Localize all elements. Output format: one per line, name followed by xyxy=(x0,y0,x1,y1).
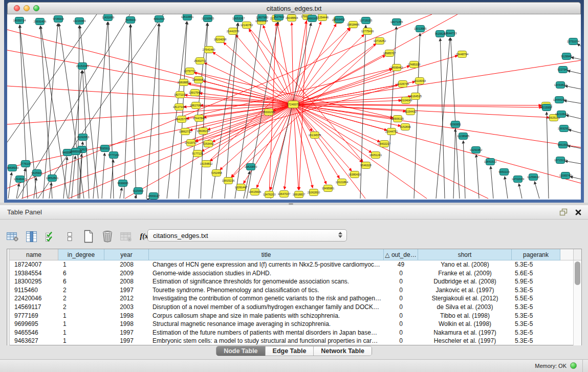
table-body: 1872400712008Changes of HCN gene express… xyxy=(7,260,574,345)
tab-network-table[interactable]: Network Table xyxy=(314,346,372,356)
column-header-title[interactable]: title xyxy=(149,249,384,260)
table-row[interactable]: 969969511998Structural magnetic resonanc… xyxy=(7,320,574,329)
network-canvas[interactable]: 1724007212104049110267491459544318985707… xyxy=(7,14,581,200)
column-header-name[interactable]: name xyxy=(10,249,58,260)
scrollbar-thumb[interactable] xyxy=(575,261,580,285)
table-row[interactable]: 1830029562008Estimation of significance … xyxy=(7,277,574,286)
create-column-icon[interactable] xyxy=(81,229,96,244)
svg-text:11807980: 11807980 xyxy=(256,16,268,19)
traffic-lights xyxy=(14,5,39,11)
svg-text:12021864: 12021864 xyxy=(336,181,348,184)
delete-column-icon[interactable] xyxy=(100,229,115,244)
svg-text:9546328: 9546328 xyxy=(360,164,371,167)
table-cell: 0 xyxy=(384,329,418,337)
svg-text:15751074: 15751074 xyxy=(567,40,579,43)
table-cell: Changes of HCN gene expression and I(f) … xyxy=(149,260,384,269)
dropdown-stepper-icon xyxy=(338,232,342,238)
minimize-window-button[interactable] xyxy=(24,5,30,11)
svg-text:7905600: 7905600 xyxy=(125,18,136,21)
svg-text:18204098: 18204098 xyxy=(214,38,226,41)
svg-text:11254446: 11254446 xyxy=(316,16,329,19)
svg-text:10841532: 10841532 xyxy=(484,160,496,163)
table-row[interactable]: 1456911722003Disruption of a novel membe… xyxy=(7,303,574,312)
table-cell: 1997 xyxy=(104,329,149,337)
delete-table-icon[interactable] xyxy=(119,229,134,244)
table-cell: 1 xyxy=(58,337,104,345)
svg-text:14569117: 14569117 xyxy=(147,194,160,198)
table-toolbar: f(x) xyxy=(5,228,153,245)
table-cell: 9699695 xyxy=(10,320,58,329)
svg-text:15048894: 15048894 xyxy=(286,16,298,19)
column-header-pagerank[interactable]: pagerank xyxy=(512,249,560,260)
table-cell: Wolkin et al. (1998) xyxy=(418,320,512,329)
svg-text:7776104: 7776104 xyxy=(20,162,31,165)
table-settings-icon[interactable] xyxy=(5,229,20,244)
vertical-scrollbar[interactable] xyxy=(573,260,581,345)
svg-text:9152836: 9152836 xyxy=(400,125,410,128)
svg-text:9777169: 9777169 xyxy=(108,154,119,157)
table-cell: 5.9E-5 xyxy=(512,277,560,286)
svg-text:16391447: 16391447 xyxy=(235,186,247,189)
table-cell: 1997 xyxy=(104,286,149,295)
column-header-year[interactable]: year xyxy=(104,249,149,260)
svg-text:17240072: 17240072 xyxy=(287,103,299,106)
column-header-out-degree-sorted[interactable]: △ out_de… xyxy=(384,249,418,260)
svg-text:21062810: 21062810 xyxy=(308,191,320,194)
table-cell: 9777169 xyxy=(10,312,58,320)
table-row[interactable]: 1872400712008Changes of HCN gene express… xyxy=(7,260,574,269)
table-row[interactable]: 1938455462009Genome-wide association stu… xyxy=(7,269,574,278)
svg-text:10719155: 10719155 xyxy=(360,19,372,22)
select-all-rows-icon[interactable] xyxy=(43,229,58,244)
table-row[interactable]: 2242004622012Investigating the contribut… xyxy=(7,294,574,303)
table-cell: Yano et al. (2008) xyxy=(418,260,512,269)
table-selector-dropdown[interactable]: citations_edges.txt xyxy=(147,229,347,242)
table-row[interactable]: 946554611997Estimation of the future num… xyxy=(7,329,574,337)
table-row[interactable]: 946362711997Embryonic stem cells: a mode… xyxy=(7,337,574,345)
table-cell: 9465546 xyxy=(10,329,58,337)
svg-text:6466161: 6466161 xyxy=(307,17,317,20)
zoom-window-button[interactable] xyxy=(33,5,39,11)
tab-edge-table[interactable]: Edge Table xyxy=(266,346,314,356)
close-window-button[interactable] xyxy=(14,5,20,11)
table-cell: 6 xyxy=(58,277,104,286)
svg-text:25302711: 25302711 xyxy=(194,59,206,62)
svg-text:8595911: 8595911 xyxy=(99,147,110,150)
tab-node-table[interactable]: Node Table xyxy=(216,346,265,356)
svg-text:15692931: 15692931 xyxy=(558,127,570,130)
svg-text:9735903: 9735903 xyxy=(53,17,63,20)
svg-text:9177126: 9177126 xyxy=(192,152,203,155)
splitter-grip-icon[interactable] xyxy=(289,203,293,205)
column-header-short[interactable]: short xyxy=(418,249,512,260)
svg-text:14271107: 14271107 xyxy=(174,93,186,96)
float-panel-icon[interactable] xyxy=(559,208,568,218)
svg-text:19862712: 19862712 xyxy=(179,130,191,133)
svg-text:12476203: 12476203 xyxy=(263,193,275,196)
svg-text:12948443: 12948443 xyxy=(14,178,26,181)
table-cell: 2 xyxy=(58,286,104,295)
svg-text:7693452: 7693452 xyxy=(334,18,344,21)
table-cell: Dudbridge et al. (2008) xyxy=(418,277,512,286)
table-row[interactable]: 911546021997Tourette syndrome. Phenomeno… xyxy=(7,286,574,295)
window-titlebar[interactable]: citations_edges.txt xyxy=(7,2,581,14)
memory-ok-indicator-icon[interactable] xyxy=(570,362,577,369)
svg-text:15495981: 15495981 xyxy=(322,187,334,190)
row-selection-mode-icon[interactable] xyxy=(62,229,77,244)
table-cell: 5.3E-5 xyxy=(512,329,560,337)
table-cell: 2 xyxy=(58,303,104,312)
table-cell: 2012 xyxy=(104,294,149,303)
table-panel-title: Table Panel xyxy=(7,208,42,216)
column-header-in-degree[interactable]: in_degree xyxy=(58,249,104,260)
table-cell: 5.3E-5 xyxy=(512,312,560,320)
svg-text:14595443: 14595443 xyxy=(390,66,403,69)
svg-text:16820870: 16820870 xyxy=(245,165,257,168)
svg-text:19885918: 19885918 xyxy=(70,150,82,153)
table-cell: Structural magnetic resonance image aver… xyxy=(149,320,384,329)
column-visibility-icon[interactable] xyxy=(24,229,39,244)
svg-text:9861593: 9861593 xyxy=(557,143,568,146)
table-cell: Hescheler et al. (1997) xyxy=(418,337,512,345)
close-panel-icon[interactable] xyxy=(575,209,582,218)
table-cell: 2008 xyxy=(104,277,149,286)
table-cell: 18724007 xyxy=(10,260,58,269)
table-row[interactable]: 977716911998Corpus callosum shape and si… xyxy=(7,312,574,320)
table-cell: Embryonic stem cells: a model to study s… xyxy=(149,337,384,345)
